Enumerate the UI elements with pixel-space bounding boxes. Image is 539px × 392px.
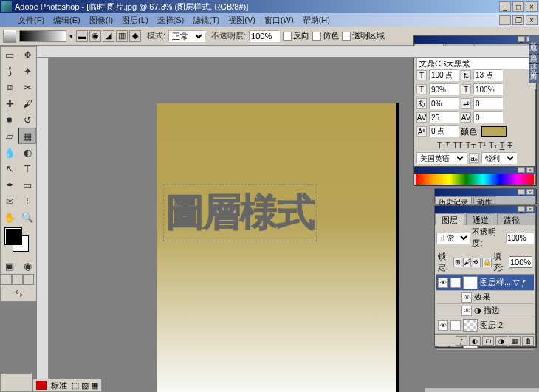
layer-blend-select[interactable]: 正常: [436, 233, 470, 244]
doc-restore[interactable]: ❐: [512, 15, 524, 25]
strikethrough[interactable]: T: [507, 141, 512, 151]
maximize-button[interactable]: □: [512, 1, 524, 12]
layer-mask-button[interactable]: ◐: [469, 336, 481, 346]
crop-tool[interactable]: ⧈: [1, 79, 18, 95]
layer-item[interactable]: 👁 图层 2: [436, 317, 534, 334]
layer-item[interactable]: 👁 T 图层样... ▽ ƒ: [436, 275, 534, 291]
heal-tool[interactable]: ✚: [1, 95, 18, 111]
superscript[interactable]: T¹: [478, 141, 486, 151]
quickmask-mode-icon[interactable]: ◉: [18, 258, 36, 274]
pen-tool[interactable]: ✒: [1, 176, 18, 193]
gradient-tool[interactable]: ▦: [18, 128, 36, 144]
gradient-diamond-icon[interactable]: ◆: [129, 30, 141, 42]
leading-field[interactable]: [473, 69, 503, 81]
brush-tool[interactable]: 🖌: [18, 95, 36, 111]
standard-mode-icon[interactable]: ▣: [1, 258, 18, 274]
lock-all-icon[interactable]: 🔒: [482, 258, 492, 267]
eraser-tool[interactable]: ▱: [1, 128, 18, 144]
minimize-button[interactable]: _: [499, 1, 511, 12]
font-family-select[interactable]: [416, 58, 533, 69]
path-tool[interactable]: ↖: [1, 160, 18, 176]
jump-to-imageready[interactable]: ⇆: [1, 285, 36, 301]
menu-file[interactable]: 文件(F): [13, 15, 49, 26]
baseline-field[interactable]: [429, 125, 459, 137]
blend-mode-select[interactable]: 正常: [168, 30, 205, 42]
language-select[interactable]: 美国英语: [416, 152, 467, 164]
hscale-field[interactable]: [473, 83, 503, 95]
tab-paths[interactable]: 路径: [497, 213, 526, 225]
status-mode-icons[interactable]: ⬚ ▨ ▦: [72, 381, 98, 391]
tool-preset[interactable]: [3, 30, 16, 43]
dodge-tool[interactable]: ◐: [18, 144, 36, 160]
move-tool[interactable]: ✥: [18, 47, 36, 63]
delete-layer-button[interactable]: 🗑: [522, 336, 534, 346]
visibility-icon[interactable]: 👁: [461, 306, 472, 316]
stamp-tool[interactable]: ⧯: [1, 111, 18, 128]
screen-standard-icon[interactable]: [1, 274, 12, 285]
gradient-preview[interactable]: [19, 30, 66, 42]
kerning-field[interactable]: [473, 97, 503, 109]
type-tool[interactable]: T: [18, 160, 36, 176]
layer-effect-stroke[interactable]: 👁 ◑ 描边: [436, 304, 534, 317]
dock-color[interactable]: 颜色: [529, 45, 539, 55]
subscript[interactable]: T₁: [489, 141, 497, 151]
menu-select[interactable]: 选择(S): [153, 15, 189, 26]
notes-tool[interactable]: ✉: [1, 193, 18, 209]
gradient-linear-icon[interactable]: ▬: [76, 30, 88, 42]
tab-history[interactable]: 历史记录: [435, 196, 472, 204]
layer-set-button[interactable]: 🗀: [482, 336, 494, 346]
menu-window[interactable]: 窗口(W): [260, 15, 298, 26]
hand-tool[interactable]: ✋: [1, 209, 18, 225]
lock-position-icon[interactable]: ✥: [473, 258, 481, 267]
menu-edit[interactable]: 编辑(E): [49, 15, 85, 26]
layer-style-button[interactable]: ƒ: [456, 336, 467, 346]
visibility-icon[interactable]: 👁: [461, 292, 472, 303]
reverse-checkbox[interactable]: 反向: [283, 30, 309, 41]
layer-fill-field[interactable]: [509, 256, 532, 268]
layer-opacity-field[interactable]: [506, 233, 534, 244]
dock-history[interactable]: 历史记录: [529, 64, 539, 74]
all-caps[interactable]: TT: [453, 141, 462, 151]
opacity-field[interactable]: [249, 30, 280, 42]
av2-field[interactable]: [473, 111, 503, 123]
lasso-tool[interactable]: ⟆: [1, 63, 18, 79]
new-layer-button[interactable]: ▦: [509, 336, 521, 346]
slice-tool[interactable]: ✂: [18, 79, 36, 95]
transparency-checkbox[interactable]: 透明区域: [342, 30, 385, 41]
tab-actions[interactable]: 动作: [473, 196, 495, 204]
chevron-down-icon[interactable]: ▽: [513, 278, 519, 287]
layer-effect-group[interactable]: 👁 效果: [436, 291, 534, 304]
marquee-tool[interactable]: ▭: [1, 47, 18, 63]
av-field[interactable]: [429, 111, 459, 123]
lock-transparency-icon[interactable]: ⊞: [453, 258, 461, 267]
link-icon[interactable]: [450, 320, 461, 331]
vscale-field[interactable]: [429, 83, 459, 95]
visibility-icon[interactable]: 👁: [438, 278, 448, 288]
text-layer[interactable]: 圖層様式: [165, 186, 315, 239]
text-color-swatch[interactable]: [481, 126, 507, 137]
panel-close-icon[interactable]: ×: [526, 206, 534, 212]
faux-italic[interactable]: T: [445, 141, 450, 151]
blur-tool[interactable]: 💧: [1, 144, 18, 160]
gradient-angle-icon[interactable]: ◢: [103, 30, 114, 42]
menu-layer[interactable]: 图层(L): [117, 15, 152, 26]
history-brush-tool[interactable]: ↺: [18, 111, 36, 128]
zoom-tool[interactable]: 🔍: [18, 209, 36, 225]
link-icon[interactable]: [450, 278, 461, 288]
panel-close-icon[interactable]: ×: [526, 189, 534, 195]
underline[interactable]: T: [500, 141, 505, 151]
faux-bold[interactable]: T: [437, 141, 442, 151]
tab-layers[interactable]: 图层: [435, 213, 464, 225]
visibility-icon[interactable]: 👁: [438, 320, 448, 331]
menu-help[interactable]: 帮助(H): [298, 15, 334, 26]
panel-minimize-icon[interactable]: _: [518, 189, 525, 195]
screen-full-menu-icon[interactable]: [12, 274, 23, 285]
color-ramp[interactable]: [416, 174, 534, 185]
screen-full-icon[interactable]: [23, 274, 34, 285]
panel-minimize-icon[interactable]: _: [518, 206, 525, 212]
shape-tool[interactable]: ▭: [18, 176, 36, 193]
dither-checkbox[interactable]: 仿色: [312, 30, 339, 41]
doc-close[interactable]: ×: [526, 15, 538, 25]
menu-image[interactable]: 图像(I): [85, 15, 117, 26]
tracking-field[interactable]: [429, 97, 459, 109]
